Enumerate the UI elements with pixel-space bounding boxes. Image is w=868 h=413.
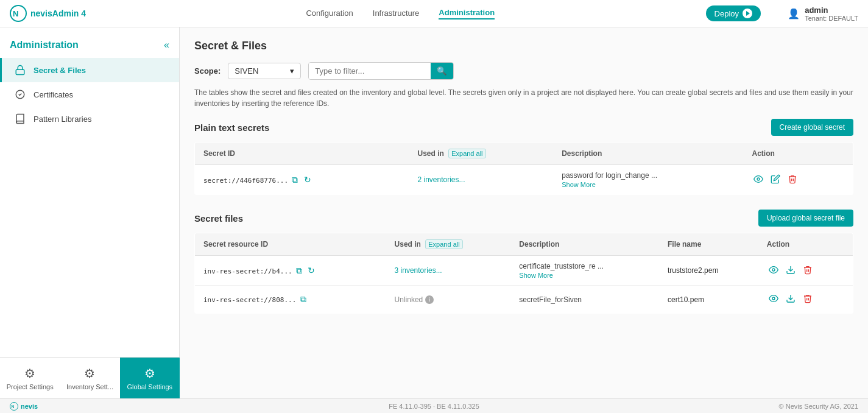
refresh-secret-button[interactable]: ↻ bbox=[302, 173, 313, 186]
file-action-icons bbox=[767, 263, 844, 278]
col-secret-id: Secret ID bbox=[195, 143, 409, 165]
file-action-cell-2 bbox=[758, 286, 853, 314]
sidebar-item-label: Secret & Files bbox=[34, 66, 86, 75]
plain-secrets-header: Plain text secrets Create global secret bbox=[194, 119, 853, 136]
footer-copyright: © Nevis Security AG, 2021 bbox=[779, 403, 858, 410]
info-icon[interactable]: i bbox=[425, 295, 434, 304]
table-row: inv-res-secret://808... ⧉ Unlinked i sec… bbox=[195, 286, 853, 314]
nav-infrastructure[interactable]: Infrastructure bbox=[373, 9, 420, 19]
refresh-resource-button[interactable]: ↻ bbox=[306, 264, 317, 277]
inventory-settings-icon: ⚙ bbox=[84, 366, 95, 381]
bottom-tabs: ⚙ Project Settings ⚙ Inventory Sett... ⚙… bbox=[0, 357, 180, 398]
used-in-file-link[interactable]: 3 inventories... bbox=[395, 266, 442, 275]
filter-container: 🔍 bbox=[308, 62, 454, 80]
tab-label: Project Settings bbox=[7, 383, 54, 390]
description-cell: password for login_change ... Show More bbox=[553, 165, 743, 195]
plain-secrets-table: Secret ID Used in Expand all Description… bbox=[194, 142, 853, 195]
info-text: The tables show the secret and files cre… bbox=[194, 87, 853, 109]
view-file-button[interactable] bbox=[767, 263, 780, 278]
used-in-file-cell: 3 inventories... bbox=[386, 256, 511, 286]
secret-id-cell: secret://446f68776... ⧉ ↻ bbox=[195, 165, 409, 195]
page-title: Secret & Files bbox=[194, 40, 853, 52]
create-global-secret-button[interactable]: Create global secret bbox=[771, 119, 853, 136]
col-action-files: Action bbox=[758, 233, 853, 256]
file-action-cell bbox=[758, 256, 853, 286]
download-file-button-2[interactable] bbox=[784, 292, 797, 307]
book-icon bbox=[14, 113, 26, 125]
filter-input[interactable] bbox=[309, 63, 431, 79]
delete-file-button[interactable] bbox=[801, 263, 814, 278]
resource-id-cell-2: inv-res-secret://808... ⧉ bbox=[195, 286, 386, 314]
deploy-play-icon bbox=[743, 9, 752, 18]
scope-label: Scope: bbox=[194, 66, 221, 76]
col-used-in-files: Used in Expand all bbox=[386, 233, 511, 256]
nevis-logo-footer: N nevis bbox=[10, 402, 38, 411]
filter-search-button[interactable]: 🔍 bbox=[431, 63, 453, 79]
check-badge-icon bbox=[14, 88, 26, 101]
search-icon: 🔍 bbox=[437, 66, 447, 76]
delete-secret-button[interactable] bbox=[786, 172, 799, 188]
view-secret-button[interactable] bbox=[752, 172, 765, 188]
expand-all-files-button[interactable]: Expand all bbox=[425, 239, 462, 249]
sidebar-item-pattern-libraries[interactable]: Pattern Libraries bbox=[0, 107, 179, 131]
tab-label: Inventory Sett... bbox=[66, 383, 113, 390]
copy-secret-id-button[interactable]: ⧉ bbox=[290, 173, 300, 187]
secret-files-title: Secret files bbox=[194, 213, 243, 224]
table-row: inv-res-secret://b4... ⧉ ↻ 3 inventories… bbox=[195, 256, 853, 286]
sidebar-item-label: Pattern Libraries bbox=[34, 115, 91, 124]
used-in-file-cell-2: Unlinked i bbox=[386, 286, 511, 314]
sidebar-item-certificates[interactable]: Certificates bbox=[0, 82, 179, 107]
view-file-button-2[interactable] bbox=[767, 292, 780, 307]
action-icons bbox=[752, 172, 844, 188]
app-title: nevisAdmin 4 bbox=[30, 9, 86, 18]
file-name-cell-2: cert10.pem bbox=[659, 286, 758, 314]
nav-items: Configuration Infrastructure Administrat… bbox=[95, 8, 706, 19]
tab-global-settings[interactable]: ⚙ Global Settings bbox=[120, 358, 180, 398]
col-description: Description bbox=[553, 143, 743, 165]
user-info: 👤 admin Tenant: DEFAULT bbox=[761, 5, 858, 22]
scope-value: SIVEN bbox=[235, 66, 258, 76]
nav-configuration[interactable]: Configuration bbox=[306, 9, 353, 19]
sidebar-title-bar: Administration « bbox=[0, 32, 179, 58]
delete-file-button-2[interactable] bbox=[801, 292, 814, 307]
deploy-label: Deploy bbox=[715, 9, 739, 18]
tab-label: Global Settings bbox=[127, 383, 173, 390]
admin-name: admin bbox=[805, 5, 858, 15]
sidebar-item-label: Certificates bbox=[34, 90, 73, 99]
expand-all-plain-button[interactable]: Expand all bbox=[448, 149, 485, 158]
download-file-button[interactable] bbox=[784, 263, 797, 278]
file-description-cell-2: secretFile_forSiven bbox=[510, 286, 659, 314]
main-layout: Administration « Secret & Files Certific… bbox=[0, 27, 868, 398]
sidebar-collapse-button[interactable]: « bbox=[164, 40, 169, 51]
deploy-button[interactable]: Deploy bbox=[706, 5, 761, 21]
action-cell bbox=[743, 165, 853, 195]
main-content: Secret & Files Scope: SIVEN ▾ 🔍 The tabl… bbox=[180, 27, 868, 398]
file-description-cell: certificate_truststore_re ... Show More bbox=[510, 256, 659, 286]
svg-point-6 bbox=[772, 297, 775, 300]
used-in-link[interactable]: 2 inventories... bbox=[417, 175, 465, 184]
show-more-link[interactable]: Show More bbox=[562, 181, 735, 188]
upload-secret-file-button[interactable]: Upload global secret file bbox=[758, 210, 853, 227]
tab-inventory-settings[interactable]: ⚙ Inventory Sett... bbox=[60, 358, 119, 398]
table-row: secret://446f68776... ⧉ ↻ 2 inventories.… bbox=[195, 165, 853, 195]
edit-secret-button[interactable] bbox=[769, 172, 782, 188]
chevron-down-icon: ▾ bbox=[290, 66, 294, 76]
lock-icon bbox=[14, 64, 26, 76]
scope-dropdown[interactable]: SIVEN ▾ bbox=[228, 63, 301, 79]
tenant-label: Tenant: DEFAULT bbox=[805, 15, 858, 22]
footer-version: FE 4.11.0-395 · BE 4.11.0.325 bbox=[389, 403, 479, 410]
show-more-file-link[interactable]: Show More bbox=[519, 272, 651, 279]
copy-resource-id-button[interactable]: ⧉ bbox=[294, 264, 304, 278]
user-details: admin Tenant: DEFAULT bbox=[805, 5, 858, 22]
svg-point-4 bbox=[772, 269, 775, 271]
svg-point-3 bbox=[757, 178, 760, 180]
sidebar-item-secrets[interactable]: Secret & Files bbox=[0, 58, 179, 82]
col-description-files: Description bbox=[510, 233, 659, 256]
secret-files-header: Secret files Upload global secret file bbox=[194, 210, 853, 227]
copy-resource-id-button-2[interactable]: ⧉ bbox=[298, 292, 308, 306]
plain-secrets-title: Plain text secrets bbox=[194, 122, 269, 133]
scope-bar: Scope: SIVEN ▾ 🔍 bbox=[194, 62, 853, 80]
nav-administration[interactable]: Administration bbox=[439, 8, 495, 19]
tab-project-settings[interactable]: ⚙ Project Settings bbox=[0, 358, 60, 398]
resource-id-cell: inv-res-secret://b4... ⧉ ↻ bbox=[195, 256, 386, 286]
